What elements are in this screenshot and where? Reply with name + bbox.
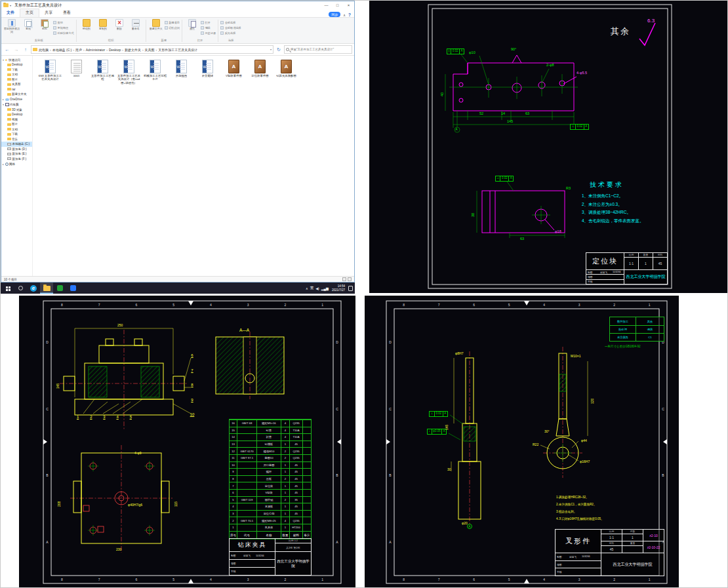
breadcrumb-segment[interactable]: 此电脑›	[39, 48, 52, 52]
sidebar-section-quick-access[interactable]: ▾★快速访问	[1, 57, 32, 62]
file-item[interactable]: W叉形件加工工艺规程	[91, 60, 115, 85]
sidebar-item[interactable]: 新建文件夹	[1, 92, 32, 97]
breadcrumb-segment[interactable]: 叉形件加工工艺及夹具设计›	[158, 48, 197, 52]
sidebar-item[interactable]: Desktop	[1, 112, 32, 117]
file-item[interactable]: W机械加工工艺过程卡片	[143, 60, 167, 85]
qat-dropdown-icon[interactable]: ▾	[10, 4, 11, 7]
sidebar-item[interactable]: 视频	[1, 117, 32, 123]
file-item[interactable]: A钻床夹具装配图	[274, 60, 298, 85]
sidebar-item[interactable]: 文档	[1, 127, 32, 132]
paste-button[interactable]: 粘贴	[37, 18, 52, 31]
blue-app-button[interactable]	[66, 283, 79, 294]
sidebar-item-drive[interactable]: 新加卷 (F:)	[1, 157, 32, 162]
sidebar-item-drive[interactable]: 新加卷 (E:)	[1, 151, 32, 157]
sidebar-item[interactable]: 文档	[1, 72, 32, 77]
breadcrumb-segment[interactable]: Administrator›	[86, 48, 109, 52]
sidebar-section-onedrive[interactable]: ▸OneDrive	[1, 97, 32, 102]
dimension: φ8H7	[455, 351, 463, 355]
up-button[interactable]: ↑	[22, 46, 30, 54]
sidebar-item[interactable]: 下载	[1, 132, 32, 137]
copy-button[interactable]: 复制	[20, 18, 36, 31]
sidebar-item[interactable]: Desktop	[1, 62, 32, 68]
notification-center-icon[interactable]	[348, 286, 353, 291]
ribbon-small-button[interactable]: 粘贴快捷方式	[53, 30, 74, 35]
file-item[interactable]: W开题报告	[169, 60, 193, 85]
sidebar-item[interactable]: rar	[1, 87, 32, 92]
tab-view[interactable]: 查看	[58, 9, 76, 17]
sidebar-item[interactable]: 图片	[1, 77, 32, 83]
ribbon-small-button[interactable]: 全部取消选择	[220, 25, 241, 30]
volume-icon[interactable]: ◀)	[315, 286, 319, 290]
move-to-button[interactable]: 移动到	[79, 18, 94, 31]
sidebar-item[interactable]: 3D 对象	[1, 108, 32, 113]
rename-button[interactable]: 重命名	[128, 18, 144, 31]
properties-button[interactable]: 属性	[184, 18, 200, 31]
edge-app-button[interactable]: e	[27, 283, 40, 294]
ribbon-small-button[interactable]: 反向选择	[220, 30, 241, 35]
sidebar-item[interactable]: 音乐	[1, 137, 32, 142]
green-app-button[interactable]	[53, 283, 66, 294]
expander-icon[interactable]: ▸	[3, 163, 4, 166]
blue-app-icon	[70, 285, 76, 291]
sidebar-section-network[interactable]: ▸网络	[1, 161, 32, 167]
ime-indicator[interactable]: 英	[310, 286, 314, 290]
start-button[interactable]	[1, 283, 14, 294]
details-view-button[interactable]	[342, 277, 346, 281]
search-box[interactable]	[284, 45, 352, 54]
pin-to-quick-access-button[interactable]: 固定到快速访问	[4, 18, 20, 33]
breadcrumb-segment[interactable]: 夹具图›	[145, 48, 159, 52]
hidden-icons-chevron[interactable]: ∧	[306, 286, 308, 290]
ribbon-small-button[interactable]: 新建项目	[165, 20, 180, 25]
sidebar-item[interactable]: 下载	[1, 68, 32, 73]
ribbon-small-button[interactable]: 复制路径	[53, 25, 74, 30]
file-item[interactable]: W6S8 叉形件加工工艺及夹具设计	[38, 60, 62, 85]
address-bar[interactable]: 此电脑›本地磁盘 (C:)›用户›Administrator›Desktop›新…	[31, 45, 273, 54]
copy-to-button[interactable]: 复制到	[95, 18, 111, 31]
forward-button[interactable]: →	[12, 46, 20, 54]
network-icon[interactable]: ▂▄▆	[321, 286, 329, 290]
ribbon-small-button[interactable]: 剪切	[53, 20, 74, 25]
file-item[interactable]: AV型块零件图	[222, 60, 246, 85]
sidebar-item[interactable]: 图片	[1, 122, 32, 127]
breadcrumb-segment[interactable]: 用户›	[75, 48, 86, 52]
expander-icon[interactable]: ▾	[3, 103, 4, 106]
sidebar-item-local-disk-c[interactable]: 本地磁盘 (C:)	[1, 142, 32, 147]
parts-list-row: 6V型块145	[230, 489, 311, 496]
breadcrumb-segment[interactable]: Desktop›	[109, 48, 125, 52]
file-item[interactable]: A定位块零件图	[248, 60, 272, 85]
ribbon-small-button[interactable]: 全部选择	[220, 20, 241, 25]
collapse-ribbon-icon[interactable]: ∧	[343, 13, 346, 17]
taskbar-clock[interactable]: 14:54 2021/7/27	[331, 284, 346, 292]
sidebar-section-this-pc[interactable]: ▾此电脑	[1, 102, 32, 108]
sidebar-item[interactable]: 夹具图	[1, 82, 32, 87]
file-item[interactable]: 0001	[64, 60, 89, 85]
close-button[interactable]: ×	[343, 1, 354, 9]
tab-share[interactable]: 共享	[39, 9, 58, 17]
cloud-sync-badge[interactable]: 同步	[329, 12, 340, 17]
thumbnail-view-button[interactable]	[348, 277, 352, 281]
help-icon[interactable]: ?	[348, 12, 351, 17]
tab-home[interactable]: 主页	[20, 9, 39, 17]
ribbon-small-button[interactable]: 轻松访问	[165, 25, 180, 30]
breadcrumb-segment[interactable]: 新建文件夹›	[125, 48, 145, 52]
delete-button[interactable]: 删除	[111, 18, 127, 31]
file-explorer-app-button[interactable]	[40, 283, 53, 294]
breadcrumb-segment[interactable]: 本地磁盘 (C:)›	[52, 48, 75, 52]
minimize-button[interactable]: —	[321, 1, 332, 9]
search-button[interactable]	[14, 283, 27, 294]
ribbon-small-button[interactable]: 打开	[201, 20, 216, 25]
sidebar-item-drive[interactable]: 新加卷 (D:)	[1, 147, 32, 152]
back-button[interactable]: ←	[3, 46, 11, 54]
ribbon-small-button[interactable]: 历史记录	[201, 30, 216, 35]
new-folder-button[interactable]: 新建文件夹	[148, 18, 164, 31]
tab-file[interactable]: 文件	[1, 9, 20, 17]
ribbon-small-button[interactable]: 编辑	[201, 25, 216, 30]
file-item[interactable]: W外文翻译	[195, 60, 220, 85]
expander-icon[interactable]: ▸	[3, 98, 4, 101]
maximize-button[interactable]: □	[332, 1, 343, 9]
address-dropdown-icon[interactable]: ▾	[270, 48, 272, 51]
file-item[interactable]: W叉形件加工工艺及夹具设计（有cad图+说明书）	[117, 60, 141, 85]
search-input[interactable]	[291, 48, 350, 51]
expander-icon[interactable]: ▾	[3, 58, 4, 62]
refresh-button[interactable]: ↻	[275, 46, 283, 54]
